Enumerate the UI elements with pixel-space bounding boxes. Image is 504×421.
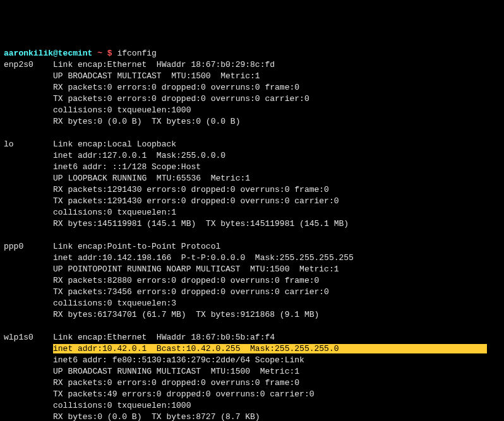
iface-line: inet6 addr: ::1/128 Scope:Host bbox=[53, 162, 201, 172]
iface-line: Link encap:Ethernet HWaddr 18:67:b0:29:8… bbox=[53, 60, 275, 69]
iface-name: wlp1s0 bbox=[4, 333, 53, 342]
indent bbox=[4, 264, 53, 274]
indent bbox=[4, 185, 53, 194]
terminal[interactable]: aaronkilik@tecmint ~ $ ifconfig enp2s0 L… bbox=[4, 48, 500, 421]
indent bbox=[4, 299, 53, 308]
indent bbox=[4, 174, 53, 183]
indent bbox=[4, 378, 53, 388]
indent bbox=[4, 412, 53, 421]
iface-line: inet addr:10.142.198.166 P-t-P:0.0.0.0 M… bbox=[53, 253, 354, 263]
indent bbox=[4, 94, 53, 104]
iface-line: Link encap:Ethernet HWaddr 18:67:b0:5b:a… bbox=[53, 333, 275, 342]
iface-line: collisions:0 txqueuelen:1 bbox=[53, 208, 176, 217]
iface-line: collisions:0 txqueuelen:1000 bbox=[53, 105, 191, 115]
iface-line: collisions:0 txqueuelen:1000 bbox=[53, 401, 191, 410]
indent bbox=[4, 83, 53, 92]
indent bbox=[4, 389, 53, 399]
iface-enp2s0: enp2s0 Link encap:Ethernet HWaddr 18:67:… bbox=[4, 60, 309, 126]
indent bbox=[4, 71, 53, 81]
indent bbox=[4, 196, 53, 206]
prompt-separator: ~ $ bbox=[92, 49, 117, 58]
indent bbox=[4, 355, 53, 365]
iface-line: RX packets:1291430 errors:0 dropped:0 ov… bbox=[53, 185, 329, 194]
iface-name: lo bbox=[4, 139, 53, 149]
iface-line: UP LOOPBACK RUNNING MTU:65536 Metric:1 bbox=[53, 174, 250, 183]
indent bbox=[4, 276, 53, 285]
iface-line: RX packets:0 errors:0 dropped:0 overruns… bbox=[53, 83, 299, 92]
highlighted-inet-line: inet addr:10.42.0.1 Bcast:10.42.0.255 Ma… bbox=[53, 344, 487, 353]
iface-line: UP POINTOPOINT RUNNING NOARP MULTICAST M… bbox=[53, 264, 339, 274]
iface-ppp0: ppp0 Link encap:Point-to-Point Protocol … bbox=[4, 242, 354, 319]
iface-line: TX packets:1291430 errors:0 dropped:0 ov… bbox=[53, 196, 339, 206]
indent bbox=[4, 151, 53, 160]
iface-line: TX packets:49 errors:0 dropped:0 overrun… bbox=[53, 389, 314, 399]
iface-line: Link encap:Point-to-Point Protocol bbox=[53, 242, 220, 251]
indent bbox=[4, 367, 53, 376]
indent bbox=[4, 162, 53, 172]
iface-line: RX bytes:0 (0.0 B) TX bytes:8727 (8.7 KB… bbox=[53, 412, 260, 421]
indent bbox=[4, 401, 53, 410]
indent bbox=[4, 219, 53, 228]
iface-line: TX packets:73456 errors:0 dropped:0 over… bbox=[53, 287, 329, 297]
iface-line: Link encap:Local Loopback bbox=[53, 139, 176, 149]
indent bbox=[4, 105, 53, 115]
iface-line: inet addr:127.0.0.1 Mask:255.0.0.0 bbox=[53, 151, 225, 160]
iface-line: UP BROADCAST RUNNING MULTICAST MTU:1500 … bbox=[53, 367, 299, 376]
iface-name: enp2s0 bbox=[4, 60, 53, 69]
command-text: ifconfig bbox=[117, 49, 156, 58]
iface-line: RX packets:82880 errors:0 dropped:0 over… bbox=[53, 276, 319, 285]
indent bbox=[4, 253, 53, 263]
iface-line: RX bytes:61734701 (61.7 MB) TX bytes:912… bbox=[53, 310, 319, 319]
iface-line: RX bytes:0 (0.0 B) TX bytes:0 (0.0 B) bbox=[53, 117, 240, 126]
indent bbox=[4, 344, 53, 353]
iface-line: RX bytes:145119981 (145.1 MB) TX bytes:1… bbox=[53, 219, 349, 228]
indent bbox=[4, 208, 53, 217]
iface-lo: lo Link encap:Local Loopback inet addr:1… bbox=[4, 139, 349, 228]
iface-line: RX packets:0 errors:0 dropped:0 overruns… bbox=[53, 378, 299, 388]
iface-line: UP BROADCAST MULTICAST MTU:1500 Metric:1 bbox=[53, 71, 260, 81]
iface-line: TX packets:0 errors:0 dropped:0 overruns… bbox=[53, 94, 309, 104]
prompt-user-host: aaronkilik@tecmint bbox=[4, 49, 92, 58]
indent bbox=[4, 310, 53, 319]
iface-name: ppp0 bbox=[4, 242, 53, 251]
iface-line: collisions:0 txqueuelen:3 bbox=[53, 299, 176, 308]
iface-wlp1s0: wlp1s0 Link encap:Ethernet HWaddr 18:67:… bbox=[4, 333, 487, 421]
indent bbox=[4, 287, 53, 297]
indent bbox=[4, 117, 53, 126]
iface-line: inet6 addr: fe80::5130:a136:279c:2dde/64… bbox=[53, 355, 304, 365]
